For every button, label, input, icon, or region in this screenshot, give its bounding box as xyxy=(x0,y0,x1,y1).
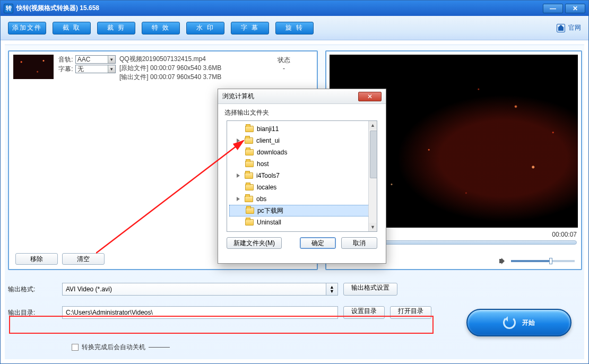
subtitle-label: 字幕: xyxy=(58,65,73,74)
out-info: 00:00:07 960x540 3.7MB xyxy=(150,73,221,81)
toolbar: 添加文件 截 取 裁 剪 特 效 水 印 字 幕 旋 转 官网 xyxy=(1,16,588,40)
toolbar-crop[interactable]: 裁 剪 xyxy=(97,22,135,34)
toolbar-effect[interactable]: 特 效 xyxy=(142,22,180,34)
tree-item[interactable]: obs xyxy=(227,193,377,205)
tree-item[interactable]: host xyxy=(227,158,377,170)
status-head: 状态 xyxy=(278,56,290,65)
file-meta: 音轨: AAC ▼ 字幕: 无 ▼ xyxy=(58,55,115,74)
tree-item-label: host xyxy=(257,160,269,168)
chevron-up-down-icon: ▲▼ xyxy=(330,285,334,293)
minimize-button[interactable]: — xyxy=(543,4,563,13)
toolbar-rotate[interactable]: 旋 转 xyxy=(275,22,314,34)
subtitle-select[interactable]: 无 ▼ xyxy=(75,65,116,73)
tree-item-label: Uninstall xyxy=(257,219,281,226)
tree-item-label: bianji11 xyxy=(257,125,279,133)
file-name: QQ视频20190507132415.mp4 xyxy=(119,55,221,64)
tree-item-label: locales xyxy=(257,184,276,191)
app-window: 转 快转(视频格式转换器) 15.658 — ✕ 添加文件 截 取 裁 剪 特 … xyxy=(0,0,589,364)
folder-tree[interactable]: ▲ ▼ bianji11client_uidownloadshosti4Tool… xyxy=(227,120,377,232)
start-button[interactable]: 开始 xyxy=(466,309,571,336)
outdir-value: C:\Users\Administrator\Videos\ xyxy=(66,309,153,316)
toolbar-watermark[interactable]: 水 印 xyxy=(186,22,224,34)
home-link[interactable]: 官网 xyxy=(557,23,581,32)
file-thumbnail xyxy=(13,55,54,79)
status-value: - xyxy=(278,65,290,72)
outdir-label: 输出目录: xyxy=(8,308,57,317)
expander-icon[interactable] xyxy=(236,196,241,202)
folder-icon xyxy=(245,172,253,179)
app-icon: 转 xyxy=(4,4,13,13)
tree-item[interactable]: Uninstall xyxy=(227,216,377,228)
tree-item-label: obs xyxy=(256,195,266,203)
audio-select[interactable]: AAC ▼ xyxy=(75,55,116,64)
folder-icon xyxy=(245,137,253,144)
chevron-down-icon: ▼ xyxy=(108,65,115,73)
folder-icon xyxy=(245,161,254,167)
tree-item-label: pc下载网 xyxy=(257,206,283,215)
volume-icon[interactable] xyxy=(499,257,507,265)
start-label: 开始 xyxy=(522,318,535,327)
shutdown-checkbox[interactable] xyxy=(72,344,79,351)
tree-item[interactable]: downloads xyxy=(227,146,377,158)
tree-scrollbar[interactable]: ▲ ▼ xyxy=(368,121,377,231)
file-info: QQ视频20190507132415.mp4 [原始文件] 00:00:07 9… xyxy=(119,55,221,82)
folder-icon xyxy=(245,184,254,190)
tree-item[interactable]: client_ui xyxy=(227,135,377,146)
open-dir-button[interactable]: 打开目录 xyxy=(390,306,431,319)
expander-icon[interactable] xyxy=(236,138,241,144)
tree-item[interactable]: i4Tools7 xyxy=(227,170,377,181)
tree-item-label: i4Tools7 xyxy=(256,172,280,179)
dialog-subtitle: 选择输出文件夹 xyxy=(218,104,386,120)
format-settings-button[interactable]: 输出格式设置 xyxy=(343,283,397,296)
folder-icon xyxy=(245,219,254,226)
orig-label: [原始文件] xyxy=(119,64,149,72)
scroll-down-icon[interactable]: ▼ xyxy=(369,223,377,231)
browse-dialog: 浏览计算机 ✕ 选择输出文件夹 ▲ ▼ bianji11client_uidow… xyxy=(218,89,386,264)
volume-slider[interactable] xyxy=(511,260,575,262)
titlebar: 转 快转(视频格式转换器) 15.658 — ✕ xyxy=(1,1,588,16)
home-icon xyxy=(557,24,565,32)
shutdown-underline xyxy=(149,347,170,348)
outdir-input[interactable]: C:\Users\Administrator\Videos\ xyxy=(62,306,338,319)
refresh-icon xyxy=(503,316,516,329)
subtitle-value: 无 xyxy=(77,65,84,74)
file-row[interactable]: 音轨: AAC ▼ 字幕: 无 ▼ Q xyxy=(9,51,317,82)
set-dir-button[interactable]: 设置目录 xyxy=(343,306,385,319)
toolbar-cut[interactable]: 截 取 xyxy=(53,22,91,34)
status-column: 状态 - xyxy=(278,56,290,72)
folder-icon xyxy=(245,126,254,132)
time-total: 00:00:07 xyxy=(552,231,577,238)
tree-item[interactable]: locales xyxy=(227,181,377,193)
audio-value: AAC xyxy=(77,56,91,63)
volume-knob[interactable] xyxy=(549,258,552,264)
close-button[interactable]: ✕ xyxy=(565,4,585,13)
folder-icon xyxy=(246,207,254,214)
output-settings: 输出格式: AVI Video (*.avi) ▲▼ 输出格式设置 输出目录: … xyxy=(8,276,581,320)
home-link-label: 官网 xyxy=(568,23,581,32)
clear-button[interactable]: 清空 xyxy=(62,253,105,265)
toolbar-add-file[interactable]: 添加文件 xyxy=(8,22,46,34)
tree-item[interactable]: bianji11 xyxy=(227,123,377,135)
expander-icon[interactable] xyxy=(236,173,241,179)
window-title: 快转(视频格式转换器) 15.658 xyxy=(16,4,99,13)
new-folder-button[interactable]: 新建文件夹(M) xyxy=(227,237,282,249)
scroll-up-icon[interactable]: ▲ xyxy=(369,121,377,129)
remove-button[interactable]: 移除 xyxy=(15,253,58,265)
out-label: [输出文件] xyxy=(119,73,149,81)
format-dropdown-button[interactable]: ▲▼ xyxy=(326,283,337,295)
format-label: 输出格式: xyxy=(8,285,57,294)
toolbar-subtitle[interactable]: 字 幕 xyxy=(231,22,269,34)
dialog-titlebar: 浏览计算机 ✕ xyxy=(218,89,386,104)
orig-info: 00:00:07 960x540 3.6MB xyxy=(150,64,221,72)
scroll-thumb[interactable] xyxy=(370,131,377,178)
audio-label: 音轨: xyxy=(58,55,73,64)
format-value: AVI Video (*.avi) xyxy=(66,285,112,293)
dialog-close-button[interactable]: ✕ xyxy=(358,92,382,101)
dialog-title: 浏览计算机 xyxy=(222,92,254,101)
tree-item-label: client_ui xyxy=(256,137,280,144)
format-combo[interactable]: AVI Video (*.avi) ▲▼ xyxy=(62,283,338,296)
cancel-button[interactable]: 取消 xyxy=(341,237,377,249)
tree-item[interactable]: pc下载网 xyxy=(229,205,375,216)
folder-icon xyxy=(245,196,253,202)
ok-button[interactable]: 确定 xyxy=(300,237,336,249)
